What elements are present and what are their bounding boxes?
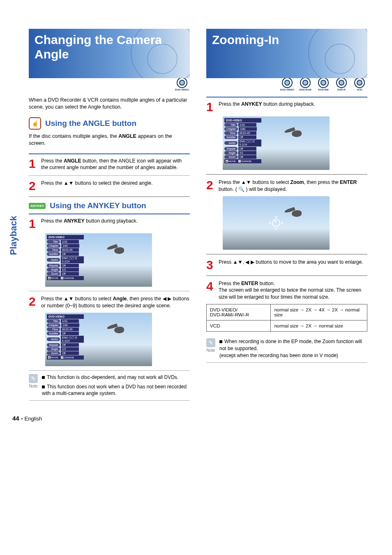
zoom-table: DVD-VIDEO/ DVD-RAM/-RW/-R normal size → … (206, 304, 367, 332)
osd-label: Angle (47, 268, 60, 272)
osd-label: Title (47, 319, 60, 323)
osd-move: MOVE (51, 277, 58, 279)
right-title: Zooming-In (212, 33, 362, 47)
osd-label: Time (47, 327, 60, 331)
osd-label: Chapter (224, 127, 238, 131)
osd-value: Off (61, 343, 79, 347)
osd-value: 1/1 (238, 151, 256, 155)
osd-change: CHANGE (64, 356, 74, 359)
disc-badge: DVD-R (334, 77, 349, 91)
video-still-zoom (223, 196, 330, 250)
left-title-banner: Changing the Camera Angle (29, 29, 190, 78)
left-step2a: Press the ▲▼ buttons to select the desir… (41, 180, 190, 192)
zoom-cursor-icon (269, 216, 283, 230)
step-number: 1 (206, 101, 215, 113)
left-step1b: Press the ANYKEY button during playback. (41, 218, 190, 230)
osd-label: Angle (224, 151, 238, 155)
right-step4: Press the ENTER button.The screen will b… (219, 280, 367, 301)
right-note-text: When recording is done in the EP mode, t… (219, 339, 362, 358)
osd-move: MOVE (51, 356, 58, 359)
disc-badge-label: DVD-VIDEO (175, 88, 189, 91)
osd-value: 1/40 (61, 244, 79, 248)
left-title: Changing the Camera Angle (35, 33, 184, 61)
osd-label: Zoom (47, 351, 60, 355)
bird-icon (284, 129, 309, 139)
right-disc-badges: DVD-VIDEO DVD-RAM DVD-RW DVD-R VCD (206, 77, 367, 91)
osd-panel: DVD-VIDEO Title1/10 Chapter1/40 Time00:0… (47, 314, 84, 360)
osd-value: 00:01:45 (61, 327, 79, 331)
video-still: DVD-VIDEO Title1/10 Chapter1/40 Time00:0… (45, 313, 152, 366)
disc-badge: DVD-VIDEO (279, 77, 295, 91)
right-step3: Press ▲▼, ◀ ▶ buttons to move to the are… (219, 259, 367, 271)
left-note2: This function does not work when a DVD h… (42, 384, 187, 397)
tbl-r2c2: normal size → 2X → normal size (271, 320, 367, 332)
osd-value: ENG ▢▢ D 5.1CH (61, 336, 84, 343)
step-number: 3 (206, 259, 215, 271)
left-note1: This function is disc-dependent, and may… (47, 374, 178, 380)
osd-label: Time (224, 131, 238, 135)
sidebar-tab: Playback (8, 216, 19, 255)
osd-panel: DVD-VIDEO Title1/10 Chapter1/40 Time00:0… (224, 118, 261, 163)
osd-label: Zoom (224, 155, 238, 159)
osd-value: 00:01:45 (238, 131, 256, 135)
osd-value: Off (61, 272, 79, 276)
osd-label: Chapter (47, 323, 60, 327)
right-title-banner: Zooming-In (206, 29, 367, 78)
bird-icon (107, 325, 131, 336)
osd-value: Off (238, 155, 256, 159)
right-step1: Press the ANYKEY button during playback. (219, 101, 367, 113)
osd-label: Chapter (47, 244, 60, 248)
osd-label: Subtitle (224, 135, 238, 139)
osd-label: Time (47, 248, 60, 252)
osd-label: Audio (224, 141, 238, 145)
osd-value: 1/40 (61, 323, 79, 327)
osd-label: Audio (47, 337, 60, 341)
left-step1a: Press the ANGLE button, then the ANGLE i… (41, 158, 190, 172)
step-number: 4 (206, 280, 215, 301)
osd-value: ENG ▢▢ D 5.1CH (61, 256, 84, 263)
osd-change: CHANGE (241, 160, 252, 163)
bird-icon (107, 246, 131, 256)
osd-value: 1/10 (61, 319, 79, 323)
disc-badge-label: DVD-VIDEO (280, 88, 294, 91)
osd-value: 1/3 (61, 268, 79, 272)
video-still: DVD-VIDEO Title1/10 Chapter1/40 Time00:0… (45, 233, 152, 287)
osd-label: Repeat (224, 147, 238, 151)
left-note: ✎ Note This function is disc-dependent, … (29, 370, 190, 401)
osd-label: Repeat (47, 264, 60, 267)
bird-icon (284, 209, 309, 219)
disc-badge: DVD-RW (316, 77, 331, 91)
disc-badge-label: DVD-RAM (299, 88, 311, 91)
osd-header: DVD-VIDEO (224, 118, 261, 123)
osd-value: 1/10 (61, 240, 79, 244)
disc-badge-label: VCD (357, 88, 362, 91)
right-column: Zooming-In DVD-VIDEO DVD-RAM DVD-RW DVD-… (206, 29, 367, 401)
note-label: Note (206, 348, 215, 353)
osd-change: CHANGE (64, 277, 74, 279)
osd-value: ENG ▢▢ D 5.1CH (238, 139, 261, 146)
video-still: DVD-VIDEO Title1/10 Chapter1/40 Time00:0… (223, 116, 330, 170)
note-label: Note (29, 384, 37, 388)
disc-badge-label: DVD-RW (318, 88, 328, 91)
hand-icon: ☝ (29, 117, 41, 130)
right-note: ✎ Note When recording is done in the EP … (206, 335, 367, 362)
osd-value: Off (61, 264, 79, 267)
osd-label: Audio (47, 258, 60, 262)
left-column: Changing the Camera Angle DVD-VIDEO When… (29, 29, 190, 401)
tbl-r2c1: VCD (207, 320, 271, 332)
osd-header: DVD-VIDEO (47, 314, 84, 319)
left-h2a: Using the ANGLE button (45, 119, 136, 128)
disc-badge: DVD-VIDEO (174, 77, 190, 91)
page-footer: 44 - English (12, 415, 367, 422)
step-number: 2 (206, 179, 215, 193)
disc-badge: VCD (352, 77, 367, 91)
osd-value: 1/3 (61, 347, 79, 351)
tbl-r1c2: normal size → 2X → 4X → 2X → normal size (271, 304, 367, 320)
left-disc-badges: DVD-VIDEO (29, 77, 190, 91)
osd-move: MOVE (228, 160, 236, 163)
osd-label: Zoom (47, 272, 60, 276)
osd-label: Subtitle (47, 332, 60, 335)
osd-label: Repeat (47, 343, 60, 347)
osd-value: 1/10 (238, 123, 256, 127)
left-intro: When a DVD Recorder & VCR contains multi… (29, 97, 190, 111)
